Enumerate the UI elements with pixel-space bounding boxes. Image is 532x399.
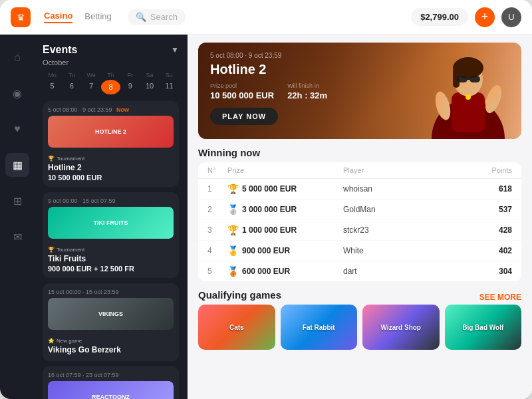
medal-2: 🥈 <box>227 204 239 215</box>
svg-point-10 <box>466 94 471 100</box>
medal-3: 🏆 <box>227 225 239 235</box>
event-time-2: 9 oct 00:00 · 15 oct 07:59 <box>48 198 174 204</box>
calendar: Mo Tu We Th Fr Sa Su 5 6 7 8 9 10 11 <box>43 72 179 94</box>
right-content: 5 oct 08:00 · 9 oct 23:59 Hotline 2 Priz… <box>188 35 532 399</box>
prize-value-4: 900 000 EUR <box>242 246 290 255</box>
balance-display: $2,799.00 <box>411 8 468 26</box>
prize-cell-2: 🥈 3 000 000 EUR <box>227 204 343 215</box>
event-tag-1: 🏆 Tournament <box>48 156 84 162</box>
table-row: 2 🥈 3 000 000 EUR GoldMan 537 <box>198 200 521 220</box>
hero-figure <box>388 43 521 139</box>
prize-cell-1: 🏆 5 000 000 EUR <box>227 184 343 194</box>
winning-now-section: Winning now N° Prize Player Points 1 🏆 5… <box>198 147 521 281</box>
avatar[interactable]: U <box>501 7 521 27</box>
player-2: GoldMan <box>343 205 459 214</box>
see-more-button[interactable]: SEE MORE <box>479 293 521 302</box>
cal-date-6[interactable]: 6 <box>62 80 81 94</box>
event-time-3: 15 oct 00:00 · 15 oct 23:59 <box>48 289 174 295</box>
sidebar-favorites-icon[interactable]: ♥ <box>5 117 29 141</box>
winning-now-title: Winning now <box>198 147 521 158</box>
cal-date-5[interactable]: 5 <box>43 80 62 94</box>
table-row: 5 🥉 600 000 EUR dart 304 <box>198 261 521 281</box>
hero-meta: Prize pool 10 500 000 EUR Will finish in… <box>210 82 327 101</box>
search-icon: 🔍 <box>136 12 146 22</box>
calendar-day-labels: Mo Tu We Th Fr Sa Su <box>43 72 179 78</box>
sidebar-events-icon[interactable]: ▦ <box>5 153 29 177</box>
prize-value-3: 1 000 000 EUR <box>242 225 297 235</box>
cal-date-11[interactable]: 11 <box>160 80 179 94</box>
day-label-th: Th <box>101 72 120 78</box>
table-row: 3 🏆 1 000 000 EUR stckr23 428 <box>198 220 521 241</box>
day-label-we: We <box>82 72 101 78</box>
event-time-1: 5 oct 08:00 · 9 oct 23:59 Now <box>48 106 174 113</box>
events-panel: Events ▼ October Mo Tu We Th Fr Sa Su 5 … <box>35 35 188 399</box>
now-badge: Now <box>116 106 129 113</box>
sidebar: ⌂ ◉ ♥ ▦ ⊞ ✉ <box>0 35 35 399</box>
event-tag-2: 🏆 Tournament <box>48 247 84 253</box>
logo-icon[interactable]: ♛ <box>11 7 31 27</box>
qualifying-header: Qualifying games SEE MORE <box>198 289 521 305</box>
sidebar-gifts-icon[interactable]: ⊞ <box>5 189 29 213</box>
sidebar-home-icon[interactable]: ⌂ <box>5 45 29 69</box>
play-now-button[interactable]: PLAY NOW <box>210 108 278 125</box>
nav-links: Casino Betting <box>44 11 112 23</box>
hero-content: 5 oct 08:00 · 9 oct 23:59 Hotline 2 Priz… <box>210 52 327 125</box>
prize-value-1: 5 000 000 EUR <box>242 184 297 194</box>
points-5: 304 <box>459 267 512 276</box>
event-card-reactoonz[interactable]: 16 oct 07:59 · 23 oct 07:59 REACTOONZ 🎮 … <box>43 366 179 399</box>
event-card-hotline[interactable]: 5 oct 08:00 · 9 oct 23:59 Now HOTLINE 2 … <box>43 101 179 187</box>
hero-banner: 5 oct 08:00 · 9 oct 23:59 Hotline 2 Priz… <box>198 43 521 139</box>
app-container: ♛ Casino Betting 🔍 Search $2,799.00 + U … <box>0 0 532 399</box>
event-name-3: Vikings Go Berzerk <box>48 345 174 354</box>
game-wizard-shop[interactable]: Wizard Shop <box>362 305 440 350</box>
event-card-vikings[interactable]: 15 oct 00:00 · 15 oct 23:59 VIKINGS ⭐ Ne… <box>43 283 179 361</box>
event-name-2: Tiki Fruits <box>48 254 174 263</box>
nav-betting[interactable]: Betting <box>84 11 111 23</box>
game-cats[interactable]: Cats <box>198 305 275 350</box>
hero-prize-pool: Prize pool 10 500 000 EUR <box>210 82 274 101</box>
games-row: Cats Fat Rabbit Wizard Shop Big Bad Wolf <box>198 305 521 350</box>
events-header: Events ▼ <box>43 44 179 56</box>
hero-timer-label: Will finish in <box>287 82 327 89</box>
event-card-tiki[interactable]: 9 oct 00:00 · 15 oct 07:59 TIKI FRUITS 🏆… <box>43 192 179 278</box>
lady-illustration <box>415 43 521 139</box>
prize-cell-3: 🏆 1 000 000 EUR <box>227 225 343 235</box>
day-label-tu: Tu <box>62 72 81 78</box>
add-funds-button[interactable]: + <box>475 7 495 27</box>
player-5: dart <box>343 267 459 276</box>
event-thumb-2: TIKI FRUITS <box>48 207 174 239</box>
prize-value-5: 600 000 EUR <box>242 267 290 276</box>
events-chevron-icon[interactable]: ▼ <box>171 45 179 55</box>
game-fat-rabbit[interactable]: Fat Rabbit <box>281 305 358 350</box>
medal-4: 🥇 <box>227 245 239 256</box>
cal-date-7[interactable]: 7 <box>82 80 101 94</box>
main-layout: ⌂ ◉ ♥ ▦ ⊞ ✉ Events ▼ October Mo Tu We Th… <box>0 35 532 399</box>
points-4: 402 <box>459 246 512 255</box>
nav-casino[interactable]: Casino <box>44 11 72 23</box>
medal-1: 🏆 <box>227 184 239 194</box>
cal-date-8[interactable]: 8 <box>101 80 120 94</box>
hero-prize-value: 10 500 000 EUR <box>210 90 274 100</box>
reactoonz-thumb: REACTOONZ <box>48 381 174 399</box>
col-points: Points <box>459 166 512 174</box>
player-1: whoisan <box>343 184 459 194</box>
hero-prize-label: Prize pool <box>210 82 274 89</box>
rank-5: 5 <box>207 267 227 276</box>
prize-value-2: 3 000 000 EUR <box>242 205 297 214</box>
game-wizard-label: Wizard Shop <box>378 321 424 334</box>
sidebar-games-icon[interactable]: ◉ <box>5 81 29 105</box>
calendar-dates: 5 6 7 8 9 10 11 <box>43 80 179 94</box>
topnav-right: $2,799.00 + U <box>411 7 521 27</box>
table-row: 1 🏆 5 000 000 EUR whoisan 618 <box>198 179 521 200</box>
table-row: 4 🥇 900 000 EUR White 402 <box>198 241 521 261</box>
search-bar[interactable]: 🔍 Search <box>128 9 186 25</box>
svg-rect-5 <box>457 76 467 82</box>
prize-cell-5: 🥉 600 000 EUR <box>227 266 343 277</box>
game-big-bad-wolf[interactable]: Big Bad Wolf <box>445 305 522 350</box>
tag-icon-1: 🏆 <box>48 156 55 162</box>
cal-date-9[interactable]: 9 <box>120 80 140 94</box>
col-number: N° <box>207 166 227 174</box>
points-2: 537 <box>459 205 512 214</box>
cal-date-10[interactable]: 10 <box>140 80 159 94</box>
sidebar-chat-icon[interactable]: ✉ <box>5 225 29 249</box>
